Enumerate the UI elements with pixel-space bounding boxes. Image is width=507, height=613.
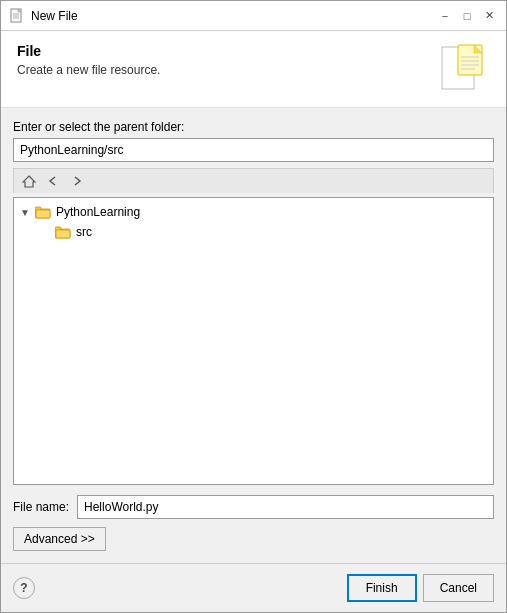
folder-label: Enter or select the parent folder: — [13, 120, 494, 134]
minimize-button[interactable]: − — [436, 7, 454, 25]
title-bar-controls: − □ ✕ — [436, 7, 498, 25]
footer-buttons: Finish Cancel — [347, 574, 494, 602]
tree-label-pythonlearning: PythonLearning — [56, 205, 140, 219]
header-title: File — [17, 43, 160, 59]
tree-children-pythonlearning: src — [16, 222, 491, 242]
filename-label: File name: — [13, 500, 69, 514]
nav-home-button[interactable] — [18, 171, 40, 191]
close-button[interactable]: ✕ — [480, 7, 498, 25]
svg-rect-20 — [56, 230, 70, 238]
svg-rect-17 — [36, 210, 50, 218]
advanced-section: Advanced >> — [13, 527, 494, 551]
advanced-button[interactable]: Advanced >> — [13, 527, 106, 551]
folder-open-icon — [34, 204, 52, 220]
folder-icon-src — [54, 224, 72, 240]
finish-button[interactable]: Finish — [347, 574, 417, 602]
filename-input[interactable] — [77, 495, 494, 519]
tree-container[interactable]: ▼ PythonLearning — [13, 197, 494, 485]
nav-toolbar — [13, 168, 494, 193]
maximize-button[interactable]: □ — [458, 7, 476, 25]
title-bar: New File − □ ✕ — [1, 1, 506, 31]
footer-section: ? Finish Cancel — [1, 563, 506, 612]
header-text: File Create a new file resource. — [17, 43, 160, 77]
cancel-button[interactable]: Cancel — [423, 574, 494, 602]
svg-marker-14 — [23, 176, 35, 187]
nav-forward-button[interactable] — [66, 171, 88, 191]
tree-label-src: src — [76, 225, 92, 239]
help-button[interactable]: ? — [13, 577, 35, 599]
header-section: File Create a new file resource. — [1, 31, 506, 108]
file-document-icon — [440, 43, 490, 95]
title-bar-icon — [9, 8, 25, 24]
content-section: Enter or select the parent folder: — [1, 108, 506, 563]
tree-item-pythonlearning[interactable]: ▼ PythonLearning — [16, 202, 491, 222]
folder-input[interactable] — [13, 138, 494, 162]
title-bar-text: New File — [31, 9, 436, 23]
nav-back-button[interactable] — [42, 171, 64, 191]
filename-row: File name: — [13, 495, 494, 519]
tree-toggle-src — [40, 227, 54, 238]
tree-item-src[interactable]: src — [36, 222, 491, 242]
header-description: Create a new file resource. — [17, 63, 160, 77]
tree-toggle-pythonlearning: ▼ — [20, 207, 34, 218]
dialog-window: New File − □ ✕ File Create a new file re… — [0, 0, 507, 613]
